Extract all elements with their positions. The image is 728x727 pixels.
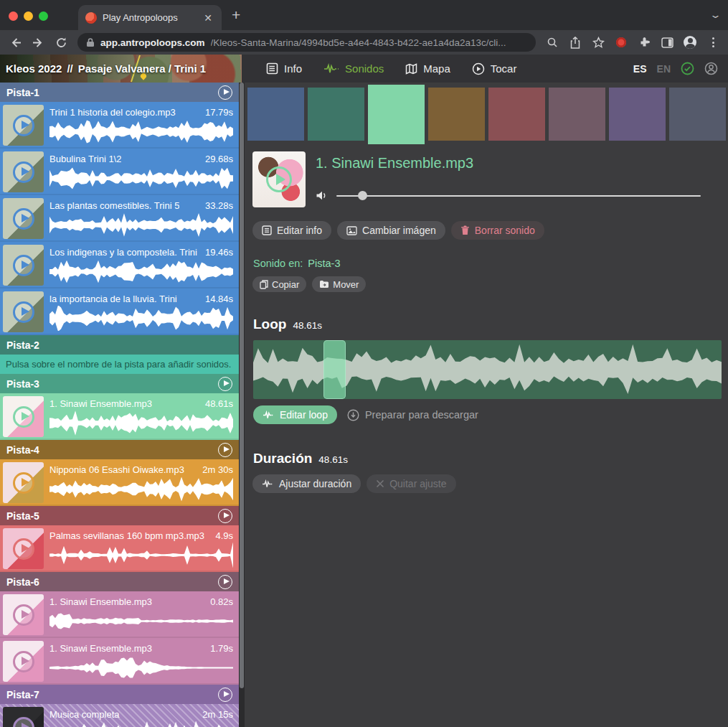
thumbnail-play-icon[interactable]	[13, 472, 34, 494]
sound-thumbnail[interactable]	[3, 198, 44, 239]
track-header-pista-4[interactable]: Pista-4	[0, 440, 239, 459]
sound-waveform[interactable]	[49, 166, 233, 191]
nav-tab-tocar[interactable]: Tocar	[463, 55, 526, 83]
forward-icon[interactable]	[29, 33, 47, 52]
record-indicator-icon[interactable]	[612, 33, 630, 52]
track-swatch-1[interactable]	[247, 88, 304, 141]
sound-thumbnail[interactable]	[3, 528, 44, 569]
thumbnail-play-icon[interactable]	[13, 208, 34, 230]
window-zoom-button[interactable]	[39, 11, 48, 21]
sound-item[interactable]: 1. Sinawi Ensemble.mp30.82s	[0, 591, 239, 638]
volume-slider[interactable]	[336, 195, 701, 197]
thumbnail-play-icon[interactable]	[13, 255, 34, 276]
saved-check-icon[interactable]	[681, 62, 694, 75]
extensions-puzzle-icon[interactable]	[635, 33, 653, 52]
new-tab-button[interactable]: +	[232, 6, 240, 24]
breadcrumb-map-banner[interactable]: Kleos 2022 // Pasaje Valvanera / Trini 1	[0, 55, 242, 83]
reload-icon[interactable]	[52, 33, 70, 52]
thumbnail-play-icon[interactable]	[13, 115, 34, 136]
track-swatch-5[interactable]	[488, 88, 545, 141]
track-header-pista-3[interactable]: Pista-3	[0, 374, 239, 393]
tab-search-chevron-icon[interactable]: ⌄	[709, 9, 722, 20]
thumbnail-play-icon[interactable]	[13, 301, 34, 323]
sidebar-scrollbar[interactable]	[239, 83, 245, 727]
sound-in-track-link[interactable]: Pista-3	[308, 258, 340, 269]
sound-thumbnail[interactable]	[3, 245, 44, 286]
sound-item[interactable]: 1. Sinawi Ensemble.mp31.79s	[0, 638, 239, 685]
thumbnail-play-icon[interactable]	[13, 604, 34, 626]
thumbnail-play-icon[interactable]	[13, 538, 34, 560]
sound-waveform[interactable]	[49, 306, 233, 331]
track-header-pista-1[interactable]: Pista-1	[0, 83, 239, 102]
remove-adjust-button[interactable]: Quitar ajuste	[367, 474, 455, 493]
sound-waveform[interactable]	[49, 543, 233, 568]
breadcrumb-project[interactable]: Kleos 2022	[6, 62, 62, 75]
sound-waveform[interactable]	[49, 477, 233, 502]
track-header-pista-7[interactable]: Pista-7	[0, 685, 239, 704]
sound-item[interactable]: Bubulina Trini 1\229.68s	[0, 149, 239, 195]
sound-item[interactable]: Los indigenas y la compostela. Trini19.4…	[0, 242, 239, 289]
thumbnail-play-icon[interactable]	[13, 161, 34, 183]
sound-waveform[interactable]	[49, 609, 233, 634]
sound-thumbnail[interactable]	[252, 151, 306, 207]
nav-tab-mapa[interactable]: Mapa	[397, 55, 459, 83]
sound-item[interactable]: Nipponia 06 Esashi Oiwake.mp32m 30s	[0, 459, 239, 506]
sound-item[interactable]: Palmas sevillanas 160 bpm mp3.mp34.9s	[0, 525, 239, 572]
track-header-pista-5[interactable]: Pista-5	[0, 506, 239, 525]
lang-en[interactable]: EN	[657, 63, 671, 75]
track-swatch-2[interactable]	[308, 88, 364, 141]
lang-es[interactable]: ES	[633, 63, 647, 75]
track-swatch-7[interactable]	[609, 88, 666, 141]
window-close-button[interactable]	[9, 11, 18, 21]
sound-thumbnail[interactable]	[3, 594, 44, 635]
sound-thumbnail[interactable]	[3, 291, 44, 332]
prepare-download-button[interactable]: Preparar para descargar	[347, 409, 478, 421]
track-play-icon[interactable]	[218, 443, 232, 457]
address-bar[interactable]: app.antropoloops.com/Kleos-Santa-Marina/…	[77, 33, 536, 52]
thumbnail-play-icon[interactable]	[13, 651, 34, 672]
bookmark-star-icon[interactable]	[589, 33, 608, 52]
adjust-duration-button[interactable]: Ajustar duración	[252, 474, 361, 493]
sound-thumbnail[interactable]	[3, 105, 44, 146]
account-icon[interactable]	[704, 62, 718, 75]
tab-close-icon[interactable]: ✕	[202, 12, 214, 24]
sound-waveform[interactable]	[49, 119, 233, 144]
browser-menu-icon[interactable]	[704, 33, 722, 52]
sound-waveform[interactable]	[49, 411, 233, 436]
move-button[interactable]: Mover	[312, 276, 366, 292]
loop-waveform[interactable]	[253, 340, 722, 399]
loop-selection-region[interactable]	[323, 340, 346, 399]
sound-thumbnail[interactable]	[3, 396, 44, 437]
thumbnail-play-icon[interactable]	[13, 406, 34, 428]
zoom-search-icon[interactable]	[543, 33, 562, 52]
track-header-pista-2[interactable]: Pista-2	[0, 335, 239, 355]
sound-thumbnail[interactable]	[3, 151, 44, 192]
breadcrumb-path[interactable]: Pasaje Valvanera / Trini 1	[78, 62, 206, 75]
track-play-icon[interactable]	[218, 377, 232, 391]
track-play-icon[interactable]	[218, 85, 232, 100]
thumbnail-play-icon[interactable]	[13, 717, 34, 727]
share-icon[interactable]	[566, 33, 585, 52]
track-swatch-3[interactable]	[368, 85, 425, 144]
nav-tab-info[interactable]: Info	[257, 55, 311, 83]
sound-waveform[interactable]	[49, 655, 233, 680]
track-header-pista-6[interactable]: Pista-6	[0, 572, 239, 591]
sound-item[interactable]: 1. Sinawi Ensemble.mp348.61s	[0, 393, 239, 440]
browser-tab[interactable]: Play Antropoloops ✕	[78, 5, 222, 30]
sound-item[interactable]: Musica completa2m 15s	[0, 704, 239, 727]
sound-thumbnail[interactable]	[3, 641, 44, 682]
thumbnail-play-icon[interactable]	[266, 166, 292, 192]
edit-info-button[interactable]: Editar info	[252, 221, 331, 240]
change-image-button[interactable]: Cambiar imágen	[337, 221, 445, 240]
track-play-icon[interactable]	[218, 509, 232, 523]
volume-slider-thumb[interactable]	[358, 191, 367, 200]
sound-waveform[interactable]	[49, 212, 233, 238]
track-play-icon[interactable]	[218, 575, 232, 589]
profile-avatar[interactable]	[681, 33, 699, 52]
sound-waveform[interactable]	[49, 721, 233, 727]
sound-item[interactable]: Las plantas comestibles. Trini 533.28s	[0, 195, 239, 242]
side-panel-icon[interactable]	[658, 33, 676, 52]
sound-thumbnail[interactable]	[3, 707, 44, 727]
edit-loop-button[interactable]: Editar loop	[253, 405, 337, 424]
delete-sound-button[interactable]: Borrar sonido	[451, 221, 544, 240]
